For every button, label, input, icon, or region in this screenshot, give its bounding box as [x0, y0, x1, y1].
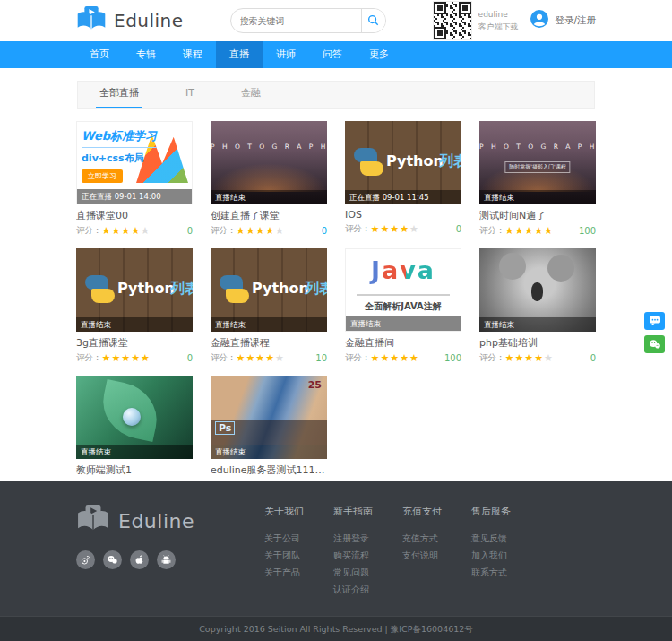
apple-icon[interactable]: [130, 550, 149, 569]
footer-link[interactable]: 注册登录: [333, 530, 373, 547]
footer-column: 新手指南注册登录购买流程常见问题认证介绍: [333, 505, 373, 598]
logo-text: Eduline: [114, 10, 184, 31]
nav-item[interactable]: 问答: [309, 41, 356, 68]
footer-column: 售后服务意见反馈加入我们联系方式: [471, 505, 511, 598]
search-icon: [367, 13, 379, 30]
rating-count: 0: [187, 353, 193, 363]
live-card[interactable]: 直播结束 Python列表 3g直播课堂 评分： ★★★★★ 0: [76, 248, 193, 364]
weibo-icon[interactable]: [76, 550, 95, 569]
logo[interactable]: Eduline: [76, 6, 184, 36]
search-button[interactable]: [361, 9, 385, 32]
live-card[interactable]: 正在直播 09-01 11:45 Python列表 IOS 评分： ★★★★★ …: [345, 121, 461, 237]
star-filled-icon: ★: [131, 225, 140, 237]
footer-link[interactable]: 常见问题: [333, 564, 373, 581]
footer-column-title: 新手指南: [333, 505, 373, 518]
star-filled-icon: ★: [409, 352, 418, 364]
card-title: 金融直播课程: [211, 336, 327, 350]
card-status: 正在直播 09-01 11:45: [345, 190, 461, 204]
footer-link[interactable]: 关于团队: [264, 547, 304, 564]
rating-count: 0: [322, 226, 327, 236]
thumb-text: Python: [386, 152, 444, 169]
rating-count: 10: [315, 353, 327, 363]
thumb-text: Python: [117, 280, 175, 297]
footer-link[interactable]: 认证介绍: [333, 581, 373, 598]
rating-stars: ★★★★★: [102, 225, 151, 237]
star-filled-icon: ★: [102, 225, 111, 237]
footer-link[interactable]: 联系方式: [471, 564, 511, 581]
footer-brand: Eduline: [76, 505, 251, 598]
live-card[interactable]: 直播结束 Ps25 eduline服务器测试111111 评分： ★★★★★ 6: [211, 376, 327, 491]
star-filled-icon: ★: [121, 352, 130, 364]
footer-link[interactable]: 加入我们: [471, 547, 511, 564]
live-card[interactable]: 直播结束 php基础培训 评分： ★★★★★ 0: [479, 248, 596, 364]
nav-item[interactable]: 讲师: [263, 41, 309, 68]
login-register[interactable]: 登录/注册: [530, 10, 596, 31]
copyright: Copyright 2016 Seition All Rights Reserv…: [0, 616, 672, 641]
card-title: IOS: [345, 209, 461, 221]
rating-stars: ★★★★★: [505, 352, 554, 364]
card-status: 正在直播 09-01 14:00: [77, 189, 192, 204]
card-title: 直播课堂00: [76, 209, 193, 222]
live-card[interactable]: 直播结束 教师端测试1 评分： ★★★★★ 1: [76, 376, 193, 491]
nav-item[interactable]: 直播: [216, 41, 263, 68]
star-filled-icon: ★: [111, 352, 120, 364]
thumb-text: 列表: [305, 280, 327, 299]
live-card[interactable]: 直播结束 Java全面解析JAVA注解 金融直播间 评分： ★★★★★ 100: [345, 248, 461, 364]
card-status: 直播结束: [76, 445, 193, 459]
footer-link[interactable]: 支付说明: [402, 547, 442, 564]
rating-stars: ★★★★★: [371, 223, 419, 235]
rating-label: 评分：: [211, 225, 237, 237]
star-filled-icon: ★: [265, 352, 274, 364]
star-filled-icon: ★: [246, 225, 254, 237]
card-rating: 评分： ★★★★★ 0: [479, 352, 596, 364]
wechat-icon: [649, 336, 661, 353]
thumb-text: 列表: [170, 280, 193, 299]
card-thumb: 直播结束 P H O T O G R A P H: [211, 121, 327, 204]
search-box: [230, 8, 386, 33]
live-card[interactable]: 直播结束 Python列表 金融直播课程 评分： ★★★★★ 10: [211, 248, 327, 364]
footer-link[interactable]: 关于公司: [264, 530, 304, 547]
rating-label: 评分：: [345, 223, 371, 235]
footer-column: 充值支付充值方式支付说明: [402, 505, 442, 598]
nav-item[interactable]: 更多: [356, 41, 402, 68]
card-status: 直播结束: [211, 190, 327, 204]
star-filled-icon: ★: [524, 225, 533, 237]
live-card[interactable]: 正在直播 09-01 14:00 Web标准学习div+css布局立即学习 直播…: [76, 121, 193, 237]
live-card[interactable]: 直播结束 P H O T O G R A P H随时掌握'摄影入门'课程 测试时…: [479, 121, 596, 237]
star-filled-icon: ★: [141, 352, 150, 364]
star-filled-icon: ★: [524, 352, 533, 364]
star-filled-icon: ★: [111, 225, 120, 237]
footer-logo-text: Eduline: [118, 510, 194, 533]
wechat-icon[interactable]: [103, 550, 122, 569]
chat-service-button[interactable]: [644, 312, 665, 330]
floating-buttons: [644, 312, 665, 353]
user-avatar-icon: [530, 10, 548, 31]
wechat-button[interactable]: [644, 335, 665, 353]
star-filled-icon: ★: [380, 223, 389, 235]
star-filled-icon: ★: [371, 352, 380, 364]
footer-link[interactable]: 充值方式: [402, 530, 442, 547]
live-card[interactable]: 直播结束 P H O T O G R A P H 创建直播了课堂 评分： ★★★…: [211, 121, 327, 237]
rating-stars: ★★★★★: [505, 225, 554, 237]
filter-tab[interactable]: 全部直播: [96, 80, 142, 108]
footer-link[interactable]: 意见反馈: [471, 530, 511, 547]
nav-item[interactable]: 课程: [169, 41, 216, 68]
card-status: 直播结束: [211, 445, 327, 459]
search-input[interactable]: [231, 16, 361, 26]
filter-tab[interactable]: 金融: [237, 80, 264, 108]
thumb-text: 列表: [439, 152, 461, 171]
thumb-text: Ps: [215, 421, 235, 435]
footer-link[interactable]: 关于产品: [264, 564, 304, 581]
nav-item[interactable]: 专辑: [123, 41, 169, 68]
card-thumb: 直播结束: [479, 248, 596, 332]
star-filled-icon: ★: [255, 225, 264, 237]
card-thumb: 直播结束 Python列表: [76, 248, 193, 332]
qr-caption-line1: eduline: [478, 8, 519, 21]
filter-tab[interactable]: IT: [182, 80, 198, 108]
footer-link[interactable]: 购买流程: [333, 547, 373, 564]
footer-link-columns: 关于我们关于公司关于团队关于产品新手指南注册登录购买流程常见问题认证介绍充值支付…: [264, 505, 511, 598]
android-icon[interactable]: [157, 550, 176, 569]
rating-label: 评分：: [479, 352, 505, 364]
card-thumb: 正在直播 09-01 14:00 Web标准学习div+css布局立即学习: [76, 121, 193, 204]
nav-item[interactable]: 首页: [76, 41, 123, 68]
